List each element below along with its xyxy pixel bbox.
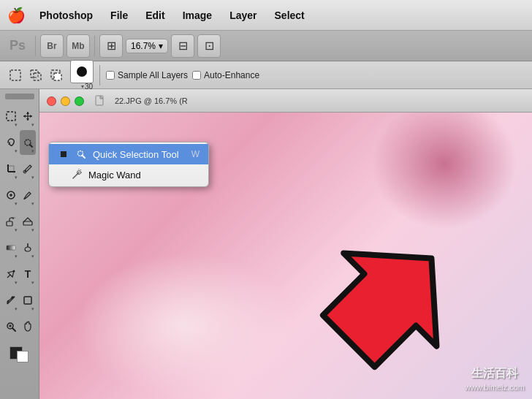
ctx-magic-wand[interactable]: Magic Wand xyxy=(49,164,208,185)
tool-marquee[interactable]: ▾ xyxy=(3,104,19,129)
brush-preview[interactable] xyxy=(70,60,94,83)
screen-mode-btn[interactable]: ⊡ xyxy=(197,34,221,58)
svg-rect-2 xyxy=(34,73,41,80)
svg-line-9 xyxy=(30,145,32,147)
magic-wand-icon xyxy=(71,169,83,180)
svg-rect-0 xyxy=(10,70,20,80)
view-mode-btn[interactable]: ⊟ xyxy=(171,34,194,58)
tool-crop[interactable]: ▾ xyxy=(3,156,19,181)
minimize-button[interactable] xyxy=(61,96,70,106)
minibr-btn[interactable]: Mb xyxy=(66,34,90,58)
tool-row-gradient: ▾ ▾ xyxy=(3,235,36,260)
svg-rect-31 xyxy=(61,151,66,157)
fg-bg-colors[interactable] xyxy=(7,343,33,365)
tool-row-heal: ▾ ▾ xyxy=(3,183,36,208)
tool-gradient[interactable]: ▾ xyxy=(3,235,19,260)
brush-mode-icons xyxy=(6,66,66,85)
tool-row-marquee-move: ▾ ▾ xyxy=(3,104,36,129)
svg-rect-21 xyxy=(7,246,15,250)
svg-point-24 xyxy=(13,270,15,273)
tool-row-path-shape: ▾ ▾ xyxy=(3,288,36,313)
tool-context-menu: Quick Selection Tool W Magic Wand xyxy=(48,142,209,187)
tool-eraser[interactable]: ▾ xyxy=(20,209,36,234)
add-selection-icon[interactable] xyxy=(26,66,45,85)
bridge-btn[interactable]: Br xyxy=(40,34,64,58)
auto-enhance-checkbox[interactable] xyxy=(192,71,201,80)
tool-spot-heal[interactable]: ▾ xyxy=(3,183,19,208)
window-title-bar: 22.JPG @ 16.7% (R xyxy=(39,89,532,113)
image-content: Quick Selection Tool W Magic Wand xyxy=(39,113,532,399)
quick-sel-tool-icon xyxy=(75,148,87,160)
tool-path-select[interactable]: ▾ xyxy=(3,288,19,313)
brush-size-control[interactable]: 30 ▾ xyxy=(70,60,94,90)
menu-layer[interactable]: Layer xyxy=(222,7,264,24)
red-arrow-graphic xyxy=(298,202,503,377)
img-blob2 xyxy=(76,253,295,399)
new-selection-icon[interactable] xyxy=(6,66,25,85)
sample-all-layers-checkbox[interactable] xyxy=(106,71,115,80)
ctx-check-icon xyxy=(58,148,69,160)
tool-move[interactable]: ▾ xyxy=(20,104,36,129)
tool-eyedropper[interactable]: ▾ xyxy=(20,156,36,181)
window-title: 22.JPG @ 16.7% (R xyxy=(115,96,188,105)
auto-enhance-label[interactable]: Auto-Enhance xyxy=(192,70,259,80)
menu-edit[interactable]: Edit xyxy=(138,7,172,24)
background-color[interactable] xyxy=(17,351,28,362)
ctx-magic-wand-label: Magic Wand xyxy=(88,170,141,180)
tool-row-crop: ▾ ▾ xyxy=(3,156,36,181)
menu-file[interactable]: File xyxy=(103,7,135,24)
menu-photoshop[interactable]: Photoshop xyxy=(32,7,100,24)
toolbox: ▾ ▾ ▾ xyxy=(0,89,39,399)
zoom-value: 16.7% xyxy=(131,41,156,51)
separator1 xyxy=(35,36,36,56)
ctx-quick-selection[interactable]: Quick Selection Tool W xyxy=(49,144,208,164)
options-bar: 30 ▾ Sample All Layers Auto-Enhance xyxy=(0,61,532,89)
workspace-btn[interactable]: ⊞ xyxy=(99,34,123,58)
toolbox-resize-handle[interactable] xyxy=(5,94,34,99)
tool-pen[interactable]: ▾ xyxy=(3,262,19,286)
menu-bar: 🍎 Photoshop File Edit Image Layer Select xyxy=(0,0,532,31)
svg-point-22 xyxy=(25,247,31,251)
svg-marker-39 xyxy=(303,212,478,377)
menu-image[interactable]: Image xyxy=(175,7,219,24)
subtract-selection-icon[interactable] xyxy=(47,66,66,85)
auto-enhance-text: Auto-Enhance xyxy=(204,70,259,80)
watermark-line2: www.bimeiz.com xyxy=(465,382,525,393)
ps-logo: Ps xyxy=(4,34,31,58)
tool-dodge[interactable]: ▾ xyxy=(20,235,36,260)
svg-rect-20 xyxy=(23,221,32,225)
tool-row-pen-type: ▾ T ▾ xyxy=(3,262,36,286)
separator3 xyxy=(99,65,100,86)
sample-all-layers-label[interactable]: Sample All Layers xyxy=(106,70,188,80)
svg-rect-4 xyxy=(54,73,61,80)
ctx-quick-selection-shortcut: W xyxy=(191,149,200,159)
tool-shape[interactable]: ▾ xyxy=(20,288,36,313)
maximize-button[interactable] xyxy=(75,96,84,106)
tool-lasso[interactable]: ▾ xyxy=(3,130,19,155)
close-button[interactable] xyxy=(47,96,56,106)
svg-rect-18 xyxy=(7,221,12,226)
tool-hand[interactable] xyxy=(20,314,36,339)
tool-quick-select[interactable]: ▾ xyxy=(20,130,36,155)
tool-row-lasso-quicksel: ▾ ▾ xyxy=(3,130,36,155)
tool-zoom[interactable] xyxy=(3,314,19,339)
svg-rect-5 xyxy=(7,112,15,121)
svg-line-27 xyxy=(12,328,15,331)
tool-type[interactable]: T ▾ xyxy=(20,262,36,286)
apple-menu-icon[interactable]: 🍎 xyxy=(6,5,26,26)
toolbar-row1: Ps Br Mb ⊞ 16.7% ▾ ⊟ ⊡ xyxy=(0,31,532,61)
menu-select[interactable]: Select xyxy=(267,7,312,24)
ctx-empty-check xyxy=(58,169,65,180)
svg-line-33 xyxy=(83,156,86,159)
tool-brush[interactable]: ▾ xyxy=(20,183,36,208)
tool-row-clone: ▾ ▾ xyxy=(3,209,36,234)
zoom-dropdown[interactable]: 16.7% ▾ xyxy=(126,39,168,53)
svg-line-34 xyxy=(73,172,79,178)
tool-row-zoom-hand xyxy=(3,314,36,339)
svg-rect-25 xyxy=(24,297,31,304)
tool-clone-stamp[interactable]: ▾ xyxy=(3,209,19,234)
sample-all-layers-text: Sample All Layers xyxy=(118,70,188,80)
brush-circle xyxy=(77,66,87,77)
separator2 xyxy=(94,36,95,56)
file-icon xyxy=(94,95,106,107)
